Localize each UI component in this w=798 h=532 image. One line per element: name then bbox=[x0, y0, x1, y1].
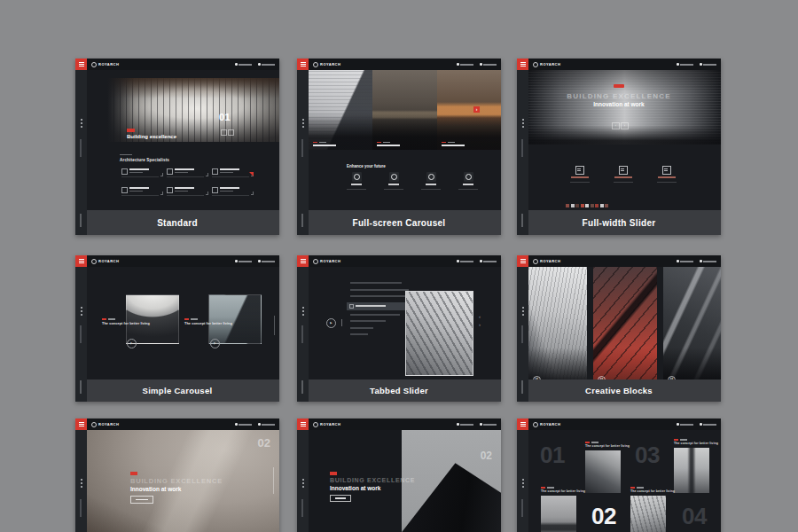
menu-icon[interactable] bbox=[75, 419, 87, 430]
feature-item[interactable] bbox=[570, 166, 590, 183]
phone-link[interactable] bbox=[235, 63, 252, 66]
carousel-slide[interactable] bbox=[372, 70, 436, 150]
thumbnail[interactable] bbox=[605, 204, 608, 207]
email-link[interactable] bbox=[258, 63, 275, 66]
service-item[interactable] bbox=[121, 187, 164, 197]
thumbnail[interactable] bbox=[595, 204, 598, 207]
next-slide-button[interactable] bbox=[228, 129, 234, 136]
email-link[interactable] bbox=[700, 63, 716, 66]
phone-link[interactable] bbox=[457, 63, 473, 66]
demo-tile-fullwidth-slider[interactable]: ROYARCH BUILDING EXCELLENCE Innovation a… bbox=[517, 59, 721, 235]
thumbnail[interactable] bbox=[600, 204, 604, 207]
menu-icon[interactable] bbox=[75, 255, 87, 267]
carousel-slide[interactable] bbox=[309, 70, 372, 150]
social-icons[interactable] bbox=[302, 119, 304, 121]
menu-icon[interactable] bbox=[75, 59, 87, 70]
site-logo[interactable]: ROYARCH bbox=[91, 259, 119, 264]
demo-tile-creative-blocks[interactable]: ROYARCH 01 The concept for better living… bbox=[517, 255, 721, 402]
thumbnail[interactable] bbox=[581, 204, 584, 207]
site-logo[interactable]: ROYARCH bbox=[313, 259, 340, 264]
email-link[interactable] bbox=[700, 260, 716, 262]
phone-link[interactable] bbox=[457, 260, 473, 262]
feature-item[interactable] bbox=[458, 172, 478, 190]
thumbnail[interactable] bbox=[566, 204, 569, 207]
service-item[interactable] bbox=[167, 187, 209, 197]
social-icons[interactable] bbox=[522, 479, 524, 481]
demo-tile-split-hero[interactable]: ROYARCH 02 BUILDING EXCELLENCE Innovatio… bbox=[297, 419, 501, 532]
demo-tile-hero-slider[interactable]: ROYARCH 02 BUILDING EXCELLENCE Innovatio… bbox=[75, 419, 279, 532]
tab-item[interactable] bbox=[350, 333, 368, 335]
tab-item[interactable] bbox=[350, 320, 386, 322]
thumbnail[interactable] bbox=[585, 204, 589, 207]
site-logo[interactable]: ROYARCH bbox=[91, 422, 119, 427]
site-logo[interactable]: ROYARCH bbox=[91, 62, 119, 67]
demo-tile-fullscreen-carousel[interactable]: ROYARCH ‹ › Enhance your future Full-scr… bbox=[297, 59, 501, 235]
carousel-slide-image[interactable] bbox=[126, 294, 179, 344]
feature-item[interactable] bbox=[421, 172, 441, 190]
social-icons[interactable] bbox=[302, 479, 304, 481]
social-icons[interactable] bbox=[81, 479, 82, 481]
thumbnail[interactable] bbox=[571, 204, 575, 207]
site-logo[interactable]: ROYARCH bbox=[313, 62, 340, 67]
menu-icon[interactable] bbox=[297, 419, 309, 430]
prev-slide-button[interactable] bbox=[221, 129, 227, 136]
service-item[interactable] bbox=[212, 187, 254, 197]
menu-icon[interactable] bbox=[517, 59, 528, 70]
email-link[interactable] bbox=[700, 423, 716, 426]
portfolio-image[interactable] bbox=[585, 450, 621, 493]
portfolio-image[interactable] bbox=[674, 448, 709, 493]
carousel-slide[interactable] bbox=[437, 70, 501, 150]
feature-item[interactable] bbox=[657, 166, 677, 183]
demo-tile-tabbed-slider[interactable]: ROYARCH ▶ ‹ › Tabbed Slider bbox=[297, 255, 501, 402]
email-link[interactable] bbox=[258, 260, 275, 262]
feature-item[interactable] bbox=[384, 172, 403, 190]
service-item[interactable] bbox=[121, 168, 164, 178]
tab-item[interactable] bbox=[350, 289, 409, 291]
tab-item[interactable] bbox=[350, 314, 400, 316]
play-button[interactable]: ▶ bbox=[326, 318, 336, 328]
email-link[interactable] bbox=[480, 63, 497, 66]
demo-tile-simple-carousel[interactable]: ROYARCH The concept for better living Th… bbox=[75, 255, 279, 402]
next-slide-button[interactable]: › bbox=[479, 322, 481, 327]
menu-icon[interactable] bbox=[517, 255, 528, 267]
social-icons[interactable] bbox=[522, 119, 524, 121]
phone-link[interactable] bbox=[677, 63, 693, 66]
email-link[interactable] bbox=[480, 423, 497, 426]
play-button[interactable]: ▶ bbox=[210, 339, 220, 348]
demo-tile-standard[interactable]: ROYARCH Building excellence 01 Architect… bbox=[75, 59, 279, 235]
site-logo[interactable]: ROYARCH bbox=[313, 422, 340, 427]
social-icons[interactable] bbox=[81, 307, 82, 309]
feature-item[interactable] bbox=[614, 166, 633, 183]
social-icons[interactable] bbox=[522, 307, 524, 309]
tab-item[interactable] bbox=[350, 327, 373, 329]
portfolio-image[interactable] bbox=[541, 496, 576, 532]
social-icons[interactable] bbox=[302, 307, 304, 309]
cta-button[interactable] bbox=[330, 495, 351, 502]
phone-link[interactable] bbox=[235, 423, 252, 426]
service-item[interactable] bbox=[212, 168, 254, 178]
thumbnail[interactable] bbox=[591, 204, 594, 207]
menu-icon[interactable] bbox=[297, 59, 309, 70]
phone-link[interactable] bbox=[677, 423, 693, 426]
phone-link[interactable] bbox=[677, 260, 693, 262]
prev-slide-button[interactable]: ‹ bbox=[479, 314, 481, 319]
email-link[interactable] bbox=[258, 423, 275, 426]
phone-link[interactable] bbox=[457, 423, 473, 426]
carousel-slide-image[interactable] bbox=[208, 294, 262, 344]
social-icons[interactable] bbox=[81, 119, 82, 121]
prev-slide-button[interactable]: ‹ bbox=[612, 122, 620, 129]
tab-item[interactable] bbox=[350, 282, 402, 284]
play-button[interactable]: ▶ bbox=[127, 339, 137, 348]
service-item[interactable] bbox=[167, 168, 209, 178]
demo-tile-numbered-grid[interactable]: ROYARCH 01 The concept for better living… bbox=[517, 419, 721, 532]
site-logo[interactable]: ROYARCH bbox=[533, 422, 560, 427]
site-logo[interactable]: ROYARCH bbox=[533, 62, 560, 67]
tab-item[interactable] bbox=[350, 295, 405, 297]
menu-icon[interactable] bbox=[517, 419, 528, 430]
next-slide-button[interactable]: › bbox=[621, 122, 629, 129]
next-slide-button[interactable]: › bbox=[473, 106, 480, 113]
feature-item[interactable] bbox=[347, 172, 366, 190]
email-link[interactable] bbox=[480, 260, 497, 262]
tab-item-active[interactable] bbox=[347, 302, 410, 310]
portfolio-image[interactable] bbox=[630, 496, 666, 532]
